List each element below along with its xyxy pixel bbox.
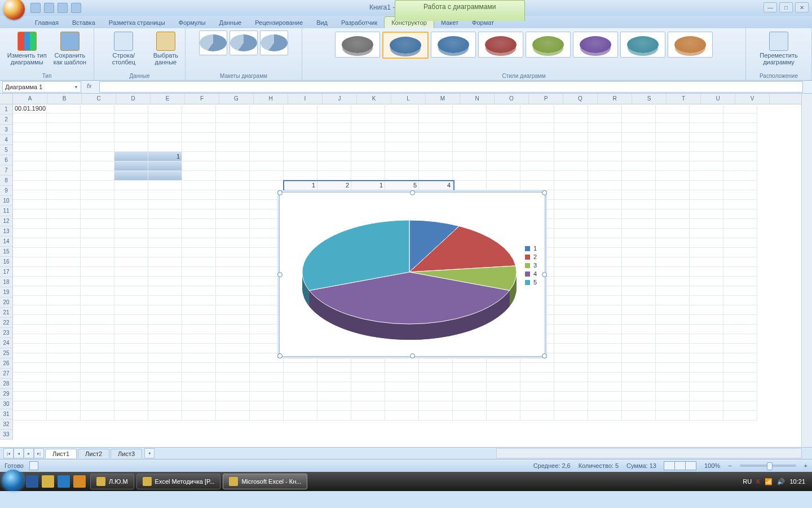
cell-D9[interactable] [114, 181, 148, 190]
cell-A13[interactable] [13, 219, 47, 229]
cell-K4[interactable] [351, 133, 385, 142]
cell-C1[interactable] [81, 104, 114, 113]
cell-B5[interactable] [47, 142, 81, 152]
cell-H28[interactable] [250, 363, 284, 373]
cell-O7[interactable] [487, 161, 520, 171]
cell-C14[interactable] [81, 229, 114, 238]
cell-S1[interactable] [622, 104, 656, 113]
cell-R25[interactable] [588, 334, 622, 344]
cell-I29[interactable] [284, 373, 317, 382]
cell-Q5[interactable] [554, 142, 588, 152]
cell-E13[interactable] [148, 219, 182, 229]
cell-O1[interactable] [487, 104, 520, 113]
cell-I2[interactable] [284, 113, 317, 123]
cell-C27[interactable] [81, 353, 114, 363]
cell-B22[interactable] [47, 305, 81, 315]
cell-M32[interactable] [419, 401, 453, 411]
legend-item-3[interactable]: 3 [525, 262, 537, 269]
chart-style-5[interactable] [526, 32, 571, 58]
cell-C10[interactable] [81, 190, 114, 200]
cell-Q11[interactable] [554, 200, 588, 209]
cell-T10[interactable] [656, 190, 690, 200]
cell-L32[interactable] [385, 401, 419, 411]
cell-A26[interactable] [13, 344, 47, 353]
cell-M5[interactable] [419, 142, 453, 152]
cell-C32[interactable] [81, 401, 114, 411]
cell-V27[interactable] [723, 353, 757, 363]
cell-S6[interactable] [622, 152, 656, 161]
cell-F14[interactable] [182, 229, 216, 238]
cell-V5[interactable] [723, 142, 757, 152]
row-header-18[interactable]: 18 [0, 277, 12, 287]
tab-nav-prev[interactable]: ◂ [14, 448, 24, 458]
cell-V16[interactable] [723, 248, 757, 257]
cell-H30[interactable] [250, 382, 284, 392]
legend-item-1[interactable]: 1 [525, 245, 537, 252]
cell-E26[interactable] [148, 344, 182, 353]
cell-Q10[interactable] [554, 190, 588, 200]
fx-icon[interactable]: fx [87, 82, 96, 91]
row-header-28[interactable]: 28 [0, 379, 12, 389]
cell-C8[interactable] [81, 171, 114, 181]
cell-Q1[interactable] [554, 104, 588, 113]
cell-A24[interactable] [13, 325, 47, 334]
cell-V32[interactable] [723, 401, 757, 411]
cell-K7[interactable] [351, 161, 385, 171]
legend-item-5[interactable]: 5 [525, 279, 537, 286]
cell-A1[interactable]: 00.01.1900 [13, 104, 47, 113]
qat-more-icon[interactable] [71, 3, 81, 13]
cell-G1[interactable] [216, 104, 250, 113]
cell-Q17[interactable] [554, 257, 588, 267]
column-header-B[interactable]: B [47, 94, 82, 104]
cell-F23[interactable] [182, 315, 216, 325]
cell-D4[interactable] [114, 133, 148, 142]
cell-T2[interactable] [656, 113, 690, 123]
cell-S19[interactable] [622, 277, 656, 286]
cell-V29[interactable] [723, 373, 757, 382]
row-header-20[interactable]: 20 [0, 297, 12, 308]
cell-U33[interactable] [690, 411, 723, 421]
cell-R7[interactable] [588, 161, 622, 171]
cell-H11[interactable] [250, 200, 284, 209]
cell-Q19[interactable] [554, 277, 588, 286]
ribbon-tab-вид[interactable]: Вид [310, 17, 334, 28]
cell-F11[interactable] [182, 200, 216, 209]
cell-C19[interactable] [81, 277, 114, 286]
cell-S10[interactable] [622, 190, 656, 200]
cell-F8[interactable] [182, 171, 216, 181]
cell-R33[interactable] [588, 411, 622, 421]
cell-G30[interactable] [216, 382, 250, 392]
cell-P28[interactable] [520, 363, 554, 373]
cell-C28[interactable] [81, 363, 114, 373]
zoom-out-button[interactable]: − [728, 462, 731, 469]
cell-H26[interactable] [250, 344, 284, 353]
cell-G10[interactable] [216, 190, 250, 200]
cell-S25[interactable] [622, 334, 656, 344]
cell-U25[interactable] [690, 334, 723, 344]
cell-R12[interactable] [588, 209, 622, 219]
cell-A33[interactable] [13, 411, 47, 421]
zoom-level[interactable]: 100% [704, 462, 720, 469]
cell-L8[interactable] [385, 171, 419, 181]
ribbon-tab-разметка страницы[interactable]: Разметка страницы [102, 17, 172, 28]
cell-U23[interactable] [690, 315, 723, 325]
cell-F13[interactable] [182, 219, 216, 229]
cell-K3[interactable] [351, 123, 385, 133]
cell-S20[interactable] [622, 286, 656, 296]
cell-G27[interactable] [216, 353, 250, 363]
cell-C4[interactable] [81, 133, 114, 142]
cell-B25[interactable] [47, 334, 81, 344]
cell-J28[interactable] [317, 363, 351, 373]
cell-A28[interactable] [13, 363, 47, 373]
cell-H12[interactable] [250, 209, 284, 219]
cell-K1[interactable] [351, 104, 385, 113]
cell-I8[interactable] [284, 171, 317, 181]
cell-C9[interactable] [81, 181, 114, 190]
cell-G7[interactable] [216, 161, 250, 171]
cell-P30[interactable] [520, 382, 554, 392]
cell-A3[interactable] [13, 123, 47, 133]
column-header-Q[interactable]: Q [563, 94, 598, 104]
cell-S24[interactable] [622, 325, 656, 334]
cell-J7[interactable] [317, 161, 351, 171]
cell-B32[interactable] [47, 401, 81, 411]
